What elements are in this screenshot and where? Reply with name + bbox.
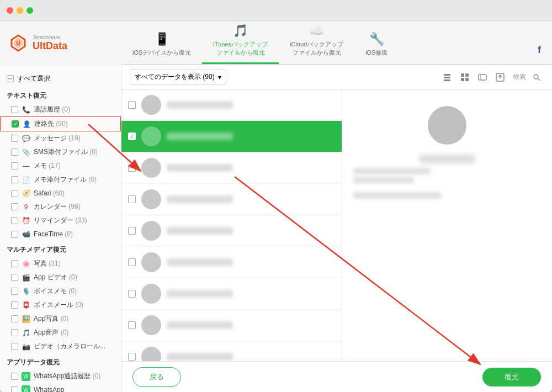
export-button[interactable] <box>493 70 507 84</box>
app-photo-checkbox[interactable] <box>11 315 18 322</box>
memo-attach-label: メモ添付ファイル (0) <box>34 175 97 184</box>
tab-itunes-label: iTunesバックアップファイルから復元 <box>213 40 268 57</box>
brand-name: Tenorshare <box>33 34 67 40</box>
sidebar-item-reminders[interactable]: ⏰ リマインダー (33) <box>0 214 121 227</box>
list-view-button[interactable] <box>440 70 454 84</box>
content-area: すべてのデータを表示 (90) ▾ 検索 <box>121 65 552 392</box>
sidebar-item-app-video[interactable]: 🎬 App ビデオ (0) <box>0 271 121 284</box>
detail-name <box>420 155 475 163</box>
safari-checkbox[interactable] <box>11 190 18 197</box>
voice-memo-checkbox[interactable] <box>11 288 18 295</box>
restore-button[interactable]: 復元 <box>482 368 541 386</box>
voicemail-checkbox[interactable] <box>11 301 18 309</box>
item-checkbox-8[interactable] <box>128 321 136 329</box>
sidebar-item-app-photo[interactable]: 🖼️ App写真 (0) <box>0 312 121 326</box>
whatsapp-calls-checkbox[interactable] <box>11 373 18 380</box>
avatar-1 <box>141 95 161 115</box>
item-checkbox-2[interactable]: ✓ <box>128 133 136 140</box>
sidebar-item-safari[interactable]: 🧭 Safari (60) <box>0 187 121 200</box>
calendar-label: カレンダー (96) <box>34 202 81 211</box>
memo-checkbox[interactable] <box>11 162 18 169</box>
icloud-icon: ☁️ <box>309 24 324 38</box>
avatar-2 <box>141 126 161 146</box>
call-history-label: 通話履歴 (0) <box>34 105 70 114</box>
whatsapp-calls-icon: W <box>22 372 30 381</box>
reminders-checkbox[interactable] <box>11 217 18 224</box>
maximize-button[interactable] <box>26 7 33 14</box>
memo-attach-checkbox[interactable] <box>11 176 18 183</box>
sms-attach-checkbox[interactable] <box>11 149 18 156</box>
detail-field-1 <box>353 168 541 183</box>
voice-memo-icon: 🎙️ <box>22 287 30 296</box>
list-item[interactable] <box>121 341 342 361</box>
whatsapp-checkbox[interactable] <box>11 386 18 393</box>
close-button[interactable] <box>7 7 13 14</box>
item-checkbox-3[interactable] <box>128 164 136 172</box>
select-all-checkbox[interactable] <box>7 75 14 82</box>
contact-name-5 <box>167 227 233 235</box>
detail-panel <box>342 89 552 361</box>
sidebar-item-photos[interactable]: 🌸 写真 (31) <box>0 257 121 271</box>
tab-ios[interactable]: 📱 iOSデバイスから復元 <box>121 27 202 64</box>
list-item[interactable] <box>121 184 342 215</box>
back-button[interactable]: 戻る <box>132 367 181 387</box>
sidebar-item-voicemail[interactable]: 📮 ボイスメール (0) <box>0 298 121 312</box>
voicemail-label: ボイスメール (0) <box>34 300 83 310</box>
camera-roll-checkbox[interactable] <box>11 343 18 350</box>
dropdown-label: すべてのデータを表示 (90) <box>135 72 215 82</box>
tab-itunes[interactable]: 🎵 iTunesバックアップファイルから復元 <box>202 18 279 64</box>
sidebar-item-messages[interactable]: 💬 メッセージ (19) <box>0 131 121 145</box>
select-all-row[interactable]: すべて選択 <box>0 71 121 87</box>
item-checkbox-6[interactable] <box>128 258 136 266</box>
contacts-checkbox[interactable]: ✓ <box>12 120 19 128</box>
card-view-button[interactable] <box>475 70 490 84</box>
svg-rect-6 <box>465 73 469 77</box>
minimize-button[interactable] <box>17 7 23 14</box>
call-history-checkbox[interactable] <box>11 106 18 113</box>
avatar-3 <box>141 158 161 178</box>
item-checkbox-9[interactable] <box>128 353 136 361</box>
app-audio-label: App音声 (0) <box>34 328 68 337</box>
camera-roll-icon: 📷 <box>22 342 30 351</box>
section-text-recovery: テキスト復元 <box>0 87 121 103</box>
sidebar-item-app-audio[interactable]: 🎵 App音声 (0) <box>0 326 121 340</box>
sidebar-item-facetime[interactable]: 📹 FaceTime (0) <box>0 227 121 241</box>
reminders-label: リマインダー (33) <box>34 216 87 225</box>
sidebar-item-memo[interactable]: — メモ (17) <box>0 159 121 173</box>
list-item[interactable] <box>121 247 342 278</box>
tab-ios-repair[interactable]: 🔧 iOS修復 <box>354 27 399 64</box>
calendar-checkbox[interactable] <box>11 203 18 210</box>
photos-checkbox[interactable] <box>11 260 18 267</box>
sidebar-item-whatsapp[interactable]: W WhatsApp <box>0 383 121 392</box>
sidebar-item-call-history[interactable]: 📞 通話履歴 (0) <box>0 103 121 116</box>
list-item[interactable] <box>121 152 342 184</box>
app-audio-checkbox[interactable] <box>11 329 18 336</box>
item-checkbox-4[interactable] <box>128 195 136 203</box>
sidebar-item-sms-attach[interactable]: 📎 SMS添付ファイル (0) <box>0 145 121 159</box>
sidebar-item-calendar[interactable]: 9 カレンダー (96) <box>0 200 121 214</box>
list-item-selected[interactable]: ✓ <box>121 121 342 152</box>
sidebar-item-camera-roll[interactable]: 📷 ビデオ（カメラロール... <box>0 340 121 353</box>
list-item[interactable] <box>121 310 342 341</box>
sidebar-item-voice-memo[interactable]: 🎙️ ボイスメモ (0) <box>0 284 121 298</box>
product-name: UltData <box>33 40 67 52</box>
sidebar-item-whatsapp-calls[interactable]: W WhatsApp通話履歴 (0) <box>0 369 121 383</box>
search-icon[interactable] <box>529 70 544 84</box>
item-checkbox-5[interactable] <box>128 227 136 235</box>
sidebar-item-contacts[interactable]: ✓ 👤 連絡先 (90) <box>0 116 121 131</box>
item-checkbox-1[interactable] <box>128 101 136 109</box>
messages-checkbox[interactable] <box>11 135 18 142</box>
sidebar-item-memo-attach[interactable]: 📄 メモ添付ファイル (0) <box>0 173 121 187</box>
app-video-checkbox[interactable] <box>11 274 18 281</box>
voicemail-icon: 📮 <box>22 301 30 310</box>
list-item[interactable] <box>121 89 342 121</box>
list-item[interactable] <box>121 215 342 247</box>
facetime-checkbox[interactable] <box>11 231 18 238</box>
data-filter-dropdown[interactable]: すべてのデータを表示 (90) ▾ <box>130 70 226 84</box>
logo-area: U Tenorshare UltData <box>0 21 121 65</box>
tab-icloud[interactable]: ☁️ iCloudバックアップファイルから復元 <box>279 18 354 64</box>
traffic-lights <box>7 7 33 14</box>
list-item[interactable] <box>121 278 342 310</box>
item-checkbox-7[interactable] <box>128 290 136 298</box>
grid-view-button[interactable] <box>458 70 472 84</box>
